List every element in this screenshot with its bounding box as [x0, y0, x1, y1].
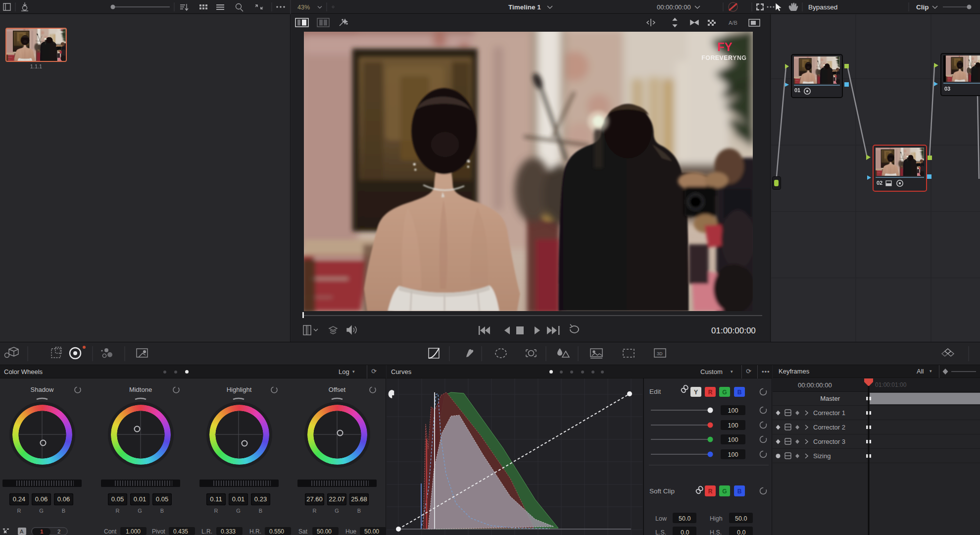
svg-text:Cont: Cont — [104, 528, 117, 535]
svg-text:A/B: A/B — [729, 20, 737, 26]
svg-text:0.550: 0.550 — [269, 528, 284, 535]
svg-text:Sat: Sat — [298, 528, 308, 535]
svg-text:1: 1 — [40, 529, 44, 535]
svg-text:0.435: 0.435 — [173, 528, 188, 535]
svg-text:1.000: 1.000 — [126, 528, 141, 535]
svg-text:Hue: Hue — [345, 528, 356, 535]
svg-text:100: 100 — [728, 422, 738, 429]
svg-text:3D: 3D — [657, 351, 663, 356]
svg-text:50.00: 50.00 — [364, 528, 379, 535]
svg-text:H.S.: H.S. — [710, 529, 722, 535]
svg-text:100: 100 — [728, 451, 738, 458]
svg-text:L.R.: L.R. — [201, 528, 212, 535]
svg-text:100: 100 — [728, 407, 738, 414]
svg-text:50.0: 50.0 — [735, 515, 747, 522]
svg-text:G: G — [722, 389, 727, 396]
svg-text:Timeline 1: Timeline 1 — [508, 3, 541, 11]
svg-text:2: 2 — [57, 529, 60, 535]
svg-text:43%: 43% — [297, 4, 310, 11]
svg-text:0.333: 0.333 — [221, 528, 236, 535]
svg-text:L.S.: L.S. — [655, 529, 666, 535]
svg-text:Edit: Edit — [649, 388, 661, 395]
svg-text:R: R — [708, 488, 713, 495]
svg-text:B: B — [737, 488, 742, 495]
svg-text:00:00:00:00: 00:00:00:00 — [657, 3, 691, 11]
svg-text:0.0: 0.0 — [681, 529, 689, 535]
svg-text:50.00: 50.00 — [317, 528, 332, 535]
svg-text:01:00:00:00: 01:00:00:00 — [711, 326, 756, 335]
svg-text:100: 100 — [728, 436, 738, 443]
svg-text:G: G — [722, 488, 727, 495]
svg-text:B: B — [737, 389, 742, 396]
svg-text:High: High — [710, 515, 723, 522]
svg-text:Soft Clip: Soft Clip — [649, 487, 675, 495]
svg-text:Clip: Clip — [916, 3, 929, 11]
svg-text:Low: Low — [655, 515, 667, 522]
svg-text:H.R.: H.R. — [249, 528, 261, 535]
svg-text:A: A — [20, 529, 24, 535]
svg-text:50.0: 50.0 — [679, 515, 690, 522]
svg-text:0.0: 0.0 — [737, 529, 745, 535]
svg-text:Y: Y — [694, 389, 698, 396]
svg-text:Pivot: Pivot — [152, 528, 165, 535]
svg-text:R: R — [708, 389, 713, 396]
svg-text:Bypassed: Bypassed — [808, 3, 837, 11]
